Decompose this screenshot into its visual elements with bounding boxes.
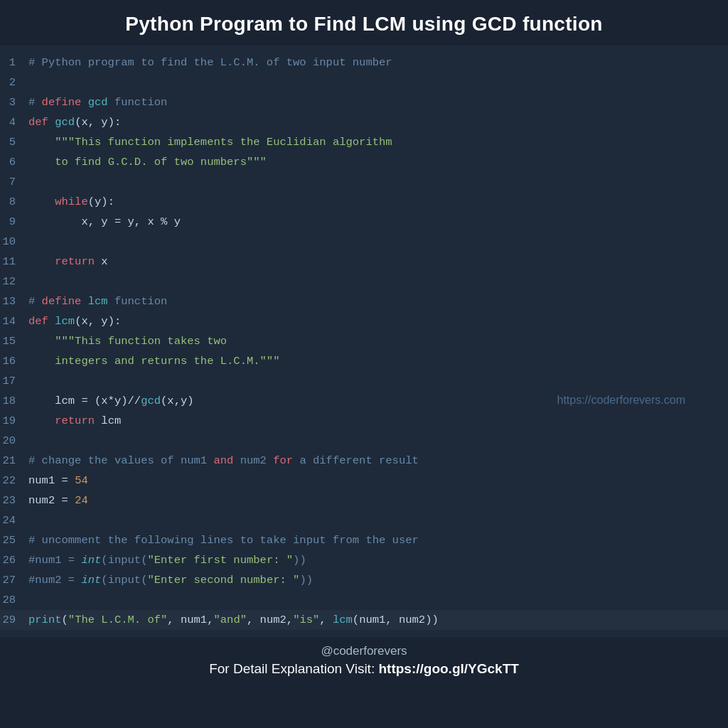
- code-text: [28, 371, 728, 391]
- code-text: # uncomment the following lines to take …: [28, 530, 728, 550]
- code-line-26: 26 #num1 = int(input("Enter first number…: [0, 550, 728, 570]
- code-line-22: 22 num1 = 54: [0, 471, 728, 491]
- footer: @coderforevers For Detail Explanation Vi…: [0, 637, 728, 682]
- code-text: # define gcd function: [28, 92, 728, 112]
- code-text: # define lcm function: [28, 291, 728, 311]
- code-line-19: 19 return lcm: [0, 411, 728, 431]
- code-text: def gcd(x, y):: [28, 112, 728, 132]
- code-text: """This function takes two: [28, 331, 728, 351]
- line-number: 28: [0, 590, 28, 610]
- code-line-11: 11 return x: [0, 252, 728, 272]
- line-number: 6: [0, 152, 28, 172]
- line-number: 13: [0, 291, 28, 311]
- footer-visit: For Detail Explanation Visit: https://go…: [0, 661, 728, 677]
- code-text: x, y = y, x % y: [28, 212, 728, 232]
- code-text: print("The L.C.M. of", num1,"and", num2,…: [28, 610, 728, 630]
- code-line-6: 6 to find G.C.D. of two numbers""": [0, 152, 728, 172]
- line-number: 12: [0, 272, 28, 291]
- code-text: integers and returns the L.C.M.""": [28, 351, 728, 371]
- code-text: def lcm(x, y):: [28, 311, 728, 331]
- code-text: [28, 510, 728, 530]
- code-line-5: 5 """This function implements the Euclid…: [0, 132, 728, 152]
- code-block: 1 # Python program to find the L.C.M. of…: [0, 46, 728, 637]
- line-number: 18: [0, 391, 28, 411]
- line-number: 20: [0, 431, 28, 451]
- code-line-10: 10: [0, 232, 728, 252]
- line-number: 14: [0, 311, 28, 331]
- code-text: # Python program to find the L.C.M. of t…: [28, 53, 728, 73]
- code-line-8: 8 while(y):: [0, 192, 728, 212]
- code-text: num1 = 54: [28, 471, 728, 491]
- code-text: [28, 590, 728, 610]
- code-text: [28, 73, 728, 92]
- line-number: 19: [0, 411, 28, 431]
- code-text: num2 = 24: [28, 491, 728, 510]
- code-text: [28, 172, 728, 192]
- code-text: #num1 = int(input("Enter first number: "…: [28, 550, 728, 570]
- line-number: 17: [0, 371, 28, 391]
- line-number: 26: [0, 550, 28, 570]
- code-text: return lcm: [28, 411, 728, 431]
- title: Python Program to Find LCM using GCD fun…: [0, 0, 728, 46]
- line-number: 2: [0, 73, 28, 92]
- code-line-7: 7: [0, 172, 728, 192]
- line-number: 3: [0, 92, 28, 112]
- code-line-14: 14 def lcm(x, y):: [0, 311, 728, 331]
- line-number: 25: [0, 530, 28, 550]
- line-number: 4: [0, 112, 28, 132]
- footer-url: https://goo.gl/YGckTT: [378, 661, 518, 676]
- code-line-29: 29 print("The L.C.M. of", num1,"and", nu…: [0, 610, 728, 630]
- code-line-16: 16 integers and returns the L.C.M.""": [0, 351, 728, 371]
- code-line-9: 9 x, y = y, x % y: [0, 212, 728, 232]
- code-text: while(y):: [28, 192, 728, 212]
- code-line-15: 15 """This function takes two: [0, 331, 728, 351]
- code-text: [28, 272, 728, 291]
- code-line-17: 17: [0, 371, 728, 391]
- code-line-3: 3 # define gcd function: [0, 92, 728, 112]
- code-text: """This function implements the Euclidia…: [28, 132, 728, 152]
- line-number: 22: [0, 471, 28, 491]
- line-number: 27: [0, 570, 28, 590]
- code-text: #num2 = int(input("Enter second number: …: [28, 570, 728, 590]
- line-number: 16: [0, 351, 28, 371]
- code-line-20: 20: [0, 431, 728, 451]
- code-line-25: 25 # uncomment the following lines to ta…: [0, 530, 728, 550]
- code-line-21: 21 # change the values of num1 and num2 …: [0, 451, 728, 471]
- code-line-23: 23 num2 = 24: [0, 491, 728, 510]
- code-text: # change the values of num1 and num2 for…: [28, 451, 728, 471]
- code-line-4: 4 def gcd(x, y):: [0, 112, 728, 132]
- line-number: 21: [0, 451, 28, 471]
- code-line-2: 2: [0, 73, 728, 92]
- code-text: to find G.C.D. of two numbers""": [28, 152, 728, 172]
- code-line-24: 24: [0, 510, 728, 530]
- watermark: https://coderforevers.com: [557, 394, 685, 407]
- line-number: 11: [0, 252, 28, 272]
- code-line-1: 1 # Python program to find the L.C.M. of…: [0, 53, 728, 73]
- code-line-12: 12: [0, 272, 728, 291]
- line-number: 24: [0, 510, 28, 530]
- line-number: 7: [0, 172, 28, 192]
- footer-handle: @coderforevers: [0, 644, 728, 658]
- code-text: [28, 232, 728, 252]
- line-number: 1: [0, 53, 28, 73]
- footer-visit-label: For Detail Explanation Visit:: [209, 661, 375, 676]
- code-line-13: 13 # define lcm function: [0, 291, 728, 311]
- line-number: 29: [0, 610, 28, 630]
- code-text: return x: [28, 252, 728, 272]
- line-number: 23: [0, 491, 28, 510]
- line-number: 8: [0, 192, 28, 212]
- code-line-27: 27 #num2 = int(input("Enter second numbe…: [0, 570, 728, 590]
- code-line-28: 28: [0, 590, 728, 610]
- line-number: 10: [0, 232, 28, 252]
- line-number: 5: [0, 132, 28, 152]
- line-number: 15: [0, 331, 28, 351]
- code-text: [28, 431, 728, 451]
- line-number: 9: [0, 212, 28, 232]
